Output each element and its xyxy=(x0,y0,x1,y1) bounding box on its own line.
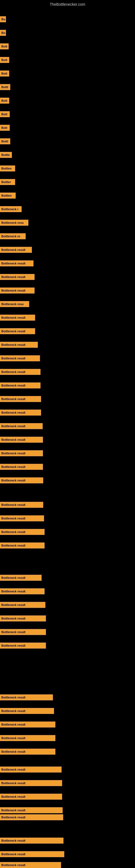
bar-label-box: Bottleneck result xyxy=(0,516,44,521)
bar-label-box: Bottleneck result xyxy=(0,423,43,429)
bar-label-box: Bottleneck result xyxy=(0,575,42,581)
bar-row: Bottleneck result xyxy=(0,396,135,402)
bar-row: Bottleneck result xyxy=(0,355,135,361)
bar-row: Bott xyxy=(0,125,135,131)
bar-label-box: Bottleneck result xyxy=(0,616,46,621)
bar-row: Bottleneck result xyxy=(0,502,135,508)
bar-label-box: Bottleneck result xyxy=(0,542,45,549)
bar-label-box: Bottleneck result xyxy=(0,780,62,786)
bar-row: Bottleneck result xyxy=(0,749,135,755)
bar-label-box: Bottl xyxy=(0,84,10,90)
bar-row: Bottl xyxy=(0,84,135,90)
bar-row: Bottleneck result xyxy=(0,369,135,375)
bar-row: Bott xyxy=(0,43,135,50)
bar-row: Bottleneck result xyxy=(0,629,135,635)
bar-label-box: Bottleneck result xyxy=(0,315,35,321)
bar-label-box: Bottleneck result xyxy=(0,410,41,415)
bar-row: Bottleneck re xyxy=(0,233,135,239)
bar-label-box: Bottleneck result xyxy=(0,721,55,727)
bar-row: Bottleneck result xyxy=(0,708,135,714)
bar-label-box: Bottleneck result xyxy=(0,369,41,375)
bar-row: Bottleneck result xyxy=(0,814,135,820)
bar-row: Bottleneck result xyxy=(0,260,135,267)
bar-label-box: Bottle xyxy=(0,152,12,158)
bar-label-box: Bottleneck result xyxy=(0,807,63,813)
bar-row: Bottleneck result xyxy=(0,450,135,456)
bar-row: Bottleneck result xyxy=(0,602,135,608)
bar-row: Bottleneck result xyxy=(0,423,135,429)
bar-row: Bottleneck result xyxy=(0,616,135,621)
site-title: TheBottlenecker.com xyxy=(0,0,135,8)
bar-label-box: Bottleneck result xyxy=(0,694,53,701)
bar-label-box: Bottleneck result xyxy=(0,355,40,361)
bar-label-box: Bottleneck result xyxy=(0,396,41,402)
bar-row: Bottleneck result xyxy=(0,838,135,844)
bar-row: Bottleneck result xyxy=(0,328,135,334)
bar-row: Bott xyxy=(0,98,135,104)
bar-row: Bottleneck result xyxy=(0,477,135,484)
bar-label-box: Bottleneck result xyxy=(0,749,55,755)
bar-label-box: Bottler xyxy=(0,179,15,185)
bar-row: Bottleneck result xyxy=(0,287,135,293)
bar-row: Bottleneck result xyxy=(0,794,135,800)
bar-label-box: Bottleneck result xyxy=(0,838,63,844)
bar-row: Bottl xyxy=(0,138,135,144)
bar-label-box: Bottleneck result xyxy=(0,588,45,594)
bar-row: Bottleneck result xyxy=(0,315,135,321)
bar-label-box: Bottleneck result xyxy=(0,274,35,280)
bar-row: Bottlen xyxy=(0,165,135,172)
bar-label-box: Bott xyxy=(0,111,10,117)
bar-row: Bottleneck result xyxy=(0,767,135,773)
bar-label-box: Bottleneck r xyxy=(0,206,21,212)
bar-row: Bottleneck result xyxy=(0,721,135,727)
bar-label-box: Bottleneck result xyxy=(0,342,38,348)
bar-label-box: Bottleneck result xyxy=(0,287,35,293)
bar-label-box: Bottleneck result xyxy=(0,437,43,443)
bar-row: Bott xyxy=(0,111,135,117)
bar-row: Bottleneck result xyxy=(0,588,135,594)
bar-row: Bott xyxy=(0,70,135,76)
bar-label-box: Bo xyxy=(0,30,6,36)
bar-label-box: Bottleneck result xyxy=(0,814,63,820)
bar-label-box: Bottleneck result xyxy=(0,382,41,389)
bar-label-box: Bottlen xyxy=(0,193,16,198)
bar-label-box: Bottleneck result xyxy=(0,767,61,773)
bar-row: Bottleneck r xyxy=(0,206,135,212)
bar-row: Bottleneck result xyxy=(0,851,135,857)
bar-row: Bottleneck result xyxy=(0,410,135,415)
bar-label-box: Bottleneck result xyxy=(0,735,55,741)
bar-row: Bottleneck result xyxy=(0,694,135,701)
bar-row: Bottleneck result xyxy=(0,247,135,253)
bar-row: Bottler xyxy=(0,179,135,185)
bar-label-box: Bottleneck re xyxy=(0,233,26,239)
bar-label-box: Bottleneck result xyxy=(0,247,32,253)
bar-label-box: Bottleneck result xyxy=(0,477,43,484)
bar-label-box: Bottleneck resu xyxy=(0,301,29,307)
bar-row: Bottleneck result xyxy=(0,542,135,549)
bar-row: Bottleneck result xyxy=(0,862,135,868)
bar-label-box: Bottleneck result xyxy=(0,629,46,635)
bar-label-box: Bottleneck resu xyxy=(0,220,28,226)
bar-label-box: Bottleneck result xyxy=(0,794,62,800)
bar-label-box: Bott xyxy=(0,98,9,104)
bar-label-box: Bottleneck result xyxy=(0,708,54,714)
bar-label-box: Bott xyxy=(0,70,9,76)
bar-row: Bottleneck result xyxy=(0,780,135,786)
bar-label-box: Bo xyxy=(0,16,6,22)
bar-row: Bottleneck result xyxy=(0,575,135,581)
bar-label-box: Bottleneck result xyxy=(0,643,46,649)
bar-row: Bottleneck result xyxy=(0,382,135,389)
bar-row: Bottle xyxy=(0,152,135,158)
bar-label-box: Bottleneck result xyxy=(0,464,43,470)
bar-row: Bottleneck result xyxy=(0,274,135,280)
bar-label-box: Bottleneck result xyxy=(0,260,34,267)
bar-label-box: Bottleneck result xyxy=(0,851,64,857)
bar-row: Bott xyxy=(0,57,135,63)
bar-label-box: Bottleneck result xyxy=(0,328,35,334)
bar-row: Bo xyxy=(0,16,135,22)
bar-label-box: Bottleneck result xyxy=(0,602,45,608)
bar-label-box: Bottleneck result xyxy=(0,529,45,535)
bar-row: Bottleneck result xyxy=(0,735,135,741)
bar-row: Bo xyxy=(0,30,135,36)
bar-label-box: Bottlen xyxy=(0,165,15,172)
